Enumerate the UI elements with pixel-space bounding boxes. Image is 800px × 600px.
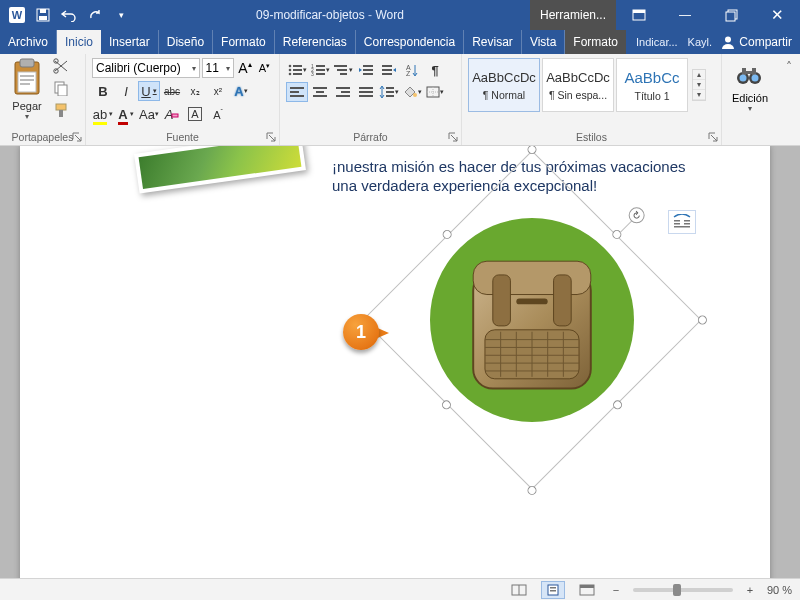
tab-home[interactable]: Inicio <box>57 30 101 54</box>
zoom-slider-thumb[interactable] <box>673 584 681 596</box>
svg-rect-91 <box>554 275 572 326</box>
change-case-button[interactable]: Aa▾ <box>138 104 160 124</box>
clear-formatting-button[interactable]: A <box>161 104 183 124</box>
svg-rect-96 <box>550 587 556 589</box>
restore-button[interactable] <box>708 0 754 30</box>
document-workspace[interactable]: ¡nuestra misión es hacer de tus próximas… <box>0 146 800 578</box>
text-effects-button[interactable]: A▾ <box>230 81 252 101</box>
ribbon-display-options-icon[interactable] <box>616 0 662 30</box>
subscript-button[interactable]: x₂ <box>184 81 206 101</box>
bullets-button[interactable]: ▾ <box>286 60 308 80</box>
svg-rect-36 <box>337 69 347 71</box>
layout-options-button[interactable] <box>668 210 696 234</box>
tab-insert[interactable]: Insertar <box>101 30 159 54</box>
minimize-button[interactable]: — <box>662 0 708 30</box>
borders-button[interactable]: ▾ <box>424 82 446 102</box>
styles-dialog-launcher[interactable] <box>708 132 718 142</box>
collapse-ribbon-button[interactable]: ˄ <box>778 54 800 145</box>
svg-rect-92 <box>516 298 547 304</box>
shrink-font-button[interactable]: A▾ <box>256 58 273 78</box>
strikethrough-button[interactable]: abc <box>161 81 183 101</box>
tab-review[interactable]: Revisar <box>464 30 522 54</box>
tab-design[interactable]: Diseño <box>159 30 213 54</box>
group-clipboard: Pegar ▾ Portapapeles <box>0 54 86 145</box>
zoom-in-button[interactable]: + <box>743 584 757 596</box>
read-mode-view-button[interactable] <box>507 581 531 599</box>
qat-undo-icon[interactable] <box>58 4 80 26</box>
tab-layout[interactable]: Formato <box>213 30 275 54</box>
style-normal[interactable]: AaBbCcDc ¶ Normal <box>468 58 540 112</box>
underline-button[interactable]: U▾ <box>138 81 160 101</box>
group-label-styles: Estilos <box>468 129 715 143</box>
show-marks-button[interactable]: ¶ <box>424 60 446 80</box>
font-dialog-launcher[interactable] <box>266 132 276 142</box>
font-color-button[interactable]: A▾ <box>115 104 137 124</box>
clipboard-dialog-launcher[interactable] <box>72 132 82 142</box>
svg-rect-8 <box>726 12 735 21</box>
svg-rect-14 <box>20 79 34 81</box>
style-preview: AaBbCcDc <box>546 70 610 85</box>
style-no-spacing[interactable]: AaBbCcDc ¶ Sin espa... <box>542 58 614 112</box>
align-left-button[interactable] <box>286 82 308 102</box>
share-button[interactable]: Compartir <box>713 30 800 54</box>
gallery-more-icon[interactable]: ▾ <box>693 90 705 100</box>
highlight-button[interactable]: ab▾ <box>92 104 114 124</box>
zoom-slider[interactable] <box>633 588 733 592</box>
font-size-combo[interactable]: 11▾ <box>202 58 235 78</box>
decrease-indent-button[interactable] <box>355 60 377 80</box>
justify-button[interactable] <box>355 82 377 102</box>
find-button[interactable] <box>735 64 765 90</box>
outdent-icon <box>358 63 374 77</box>
grow-font-button[interactable]: A▴ <box>236 58 253 78</box>
tab-references[interactable]: Referencias <box>275 30 356 54</box>
statusbar: − + 90 % <box>0 578 800 600</box>
paragraph-dialog-launcher[interactable] <box>448 132 458 142</box>
style-name: ¶ Sin espa... <box>549 89 607 101</box>
group-editing: Edición ▾ <box>722 54 778 145</box>
tab-picture-format[interactable]: Formato <box>565 30 626 54</box>
align-right-button[interactable] <box>332 82 354 102</box>
format-painter-button[interactable] <box>52 102 72 120</box>
qat-redo-icon[interactable] <box>84 4 106 26</box>
word-app-icon[interactable]: W <box>6 4 28 26</box>
tab-mailings[interactable]: Correspondencia <box>356 30 464 54</box>
svg-rect-32 <box>316 69 325 71</box>
print-layout-view-button[interactable] <box>541 581 565 599</box>
zoom-level-label[interactable]: 90 % <box>767 584 792 596</box>
cut-button[interactable] <box>52 58 72 76</box>
bold-button[interactable]: B <box>92 81 114 101</box>
quick-access-toolbar: W ▾ <box>0 4 138 26</box>
italic-button[interactable]: I <box>115 81 137 101</box>
close-button[interactable]: ✕ <box>754 0 800 30</box>
svg-rect-35 <box>334 65 347 67</box>
gallery-up-icon[interactable]: ▴ <box>693 70 705 80</box>
style-heading1[interactable]: AaBbCc Título 1 <box>616 58 688 112</box>
increase-indent-button[interactable] <box>378 60 400 80</box>
character-border-button[interactable]: A <box>184 104 206 124</box>
tab-view[interactable]: Vista <box>522 30 565 54</box>
web-layout-view-button[interactable] <box>575 581 599 599</box>
tell-me-area[interactable]: Indicar... Kayl... <box>626 30 713 54</box>
shading-button[interactable]: ▾ <box>401 82 423 102</box>
photo-thumbnail[interactable] <box>134 146 306 193</box>
svg-rect-28 <box>293 73 302 75</box>
qat-save-icon[interactable] <box>32 4 54 26</box>
svg-rect-60 <box>386 95 394 97</box>
copy-button[interactable] <box>52 80 72 98</box>
paste-button[interactable]: Pegar ▾ <box>6 58 48 121</box>
gallery-down-icon[interactable]: ▾ <box>693 80 705 90</box>
multilevel-list-button[interactable]: ▾ <box>332 60 354 80</box>
numbering-button[interactable]: 123▾ <box>309 60 331 80</box>
tab-file[interactable]: Archivo <box>0 30 57 54</box>
qat-customize-dropdown[interactable]: ▾ <box>110 4 132 26</box>
style-name: Título 1 <box>634 90 669 102</box>
line-spacing-button[interactable]: ▾ <box>378 82 400 102</box>
phonetic-guide-button[interactable]: Aˇ <box>207 104 229 124</box>
selected-picture-object[interactable]: ↻ <box>412 200 652 440</box>
superscript-button[interactable]: x² <box>207 81 229 101</box>
zoom-out-button[interactable]: − <box>609 584 623 596</box>
font-name-combo[interactable]: Calibri (Cuerpo)▾ <box>92 58 200 78</box>
svg-point-17 <box>54 59 58 63</box>
align-center-button[interactable] <box>309 82 331 102</box>
sort-button[interactable]: AZ <box>401 60 423 80</box>
